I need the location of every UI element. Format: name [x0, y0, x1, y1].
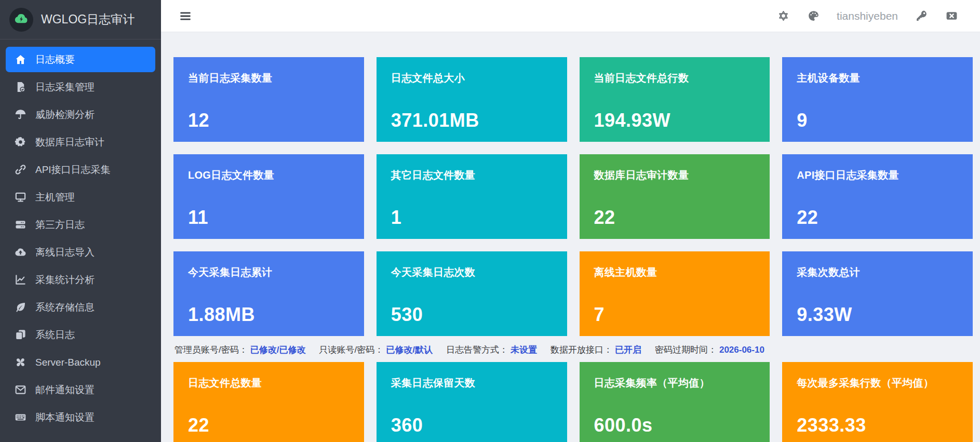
status-item-alert-method: 日志告警方式： 未设置	[446, 344, 537, 356]
dashboard-content: 当前日志采集数量 12 日志文件总大小 371.01MB 当前日志文件总行数 1…	[161, 32, 980, 442]
stat-card-label: 每次最多采集行数（平均值）	[782, 362, 973, 390]
sidebar-item-host-management[interactable]: 主机管理	[6, 184, 155, 210]
stat-card-label: 日志文件总大小	[377, 57, 567, 85]
status-value-link[interactable]: 未设置	[511, 344, 537, 356]
stat-card-label: 数据库日志审计数量	[580, 154, 770, 182]
status-item-password-expiry: 密码过期时间： 2026-06-10	[655, 344, 764, 356]
sidebar-item-collect-statistics[interactable]: 采集统计分析	[6, 267, 155, 292]
sidebar-item-label: 日志概要	[35, 53, 75, 66]
sidebar-item-log-overview[interactable]: 日志概要	[6, 47, 155, 72]
stat-card-label: LOG日志文件数量	[173, 154, 364, 182]
sidebar-item-label: API接口日志采集	[35, 163, 111, 177]
sidebar-item-db-log-audit[interactable]: 数据库日志审计	[6, 129, 155, 155]
app-logo	[9, 8, 33, 32]
status-item-readonly-account: 只读账号/密码： 已修改/默认	[319, 344, 432, 356]
status-label: 日志告警方式：	[446, 344, 508, 356]
stat-card-other-log-file-count: 其它日志文件数量 1	[377, 154, 567, 239]
sidebar-item-label: 日志采集管理	[35, 81, 95, 94]
leaf-icon	[14, 301, 27, 314]
stat-card-value: 1	[391, 207, 402, 229]
file-check-icon	[14, 81, 27, 93]
sidebar-item-third-party-logs[interactable]: 第三方日志	[6, 212, 155, 237]
stat-card-current-log-collections: 当前日志采集数量 12	[173, 57, 364, 142]
status-value-link[interactable]: 已修改/已修改	[250, 344, 306, 356]
stat-card-collect-frequency-avg: 日志采集频率（平均值） 600.0s	[580, 362, 770, 442]
stat-card-value: 12	[188, 110, 209, 131]
sidebar-item-label: 第三方日志	[35, 218, 85, 232]
status-label: 只读账号/密码：	[319, 344, 383, 356]
umbrella-icon	[14, 109, 27, 121]
sidebar-item-system-logs[interactable]: 系统日志	[6, 322, 155, 347]
stat-card-label: API接口日志采集数量	[782, 154, 973, 182]
topbar: tianshiyeben	[161, 0, 980, 32]
logout-icon[interactable]	[945, 9, 958, 23]
sidebar-item-label: 邮件通知设置	[35, 383, 95, 397]
app-title: WGLOG日志审计	[41, 11, 135, 28]
stat-card-host-device-count: 主机设备数量 9	[782, 57, 973, 142]
monitor-icon	[14, 191, 27, 204]
sidebar-item-label: 离线日志导入	[35, 246, 95, 259]
key-icon[interactable]	[915, 9, 928, 23]
home-icon	[14, 53, 27, 66]
bottom-card-grid: 日志文件总数量 22 采集日志保留天数 360 日志采集频率（平均值） 600.…	[173, 362, 973, 442]
stat-card-total-collect-times: 采集次数总计 9.33W	[782, 251, 973, 336]
link-icon	[14, 164, 27, 176]
pinwheel-icon	[14, 356, 27, 369]
sidebar-menu: 日志概要 日志采集管理 威胁检测分析 数据库日志审计 API接口日志采集 主机管…	[0, 39, 161, 430]
status-bar: 管理员账号/密码： 已修改/已修改 只读账号/密码： 已修改/默认 日志告警方式…	[174, 344, 972, 356]
stat-card-offline-host-count: 离线主机数量 7	[580, 251, 770, 336]
stat-card-label: 日志文件总数量	[173, 362, 364, 390]
hamburger-menu-icon[interactable]	[179, 9, 192, 23]
stat-card-value: 22	[594, 207, 615, 229]
status-item-admin-account: 管理员账号/密码： 已修改/已修改	[174, 344, 305, 356]
stat-card-value: 371.01MB	[391, 110, 479, 131]
status-label: 数据开放接口：	[551, 344, 612, 356]
status-value-link[interactable]: 已修改/默认	[386, 344, 433, 356]
stat-card-value: 11	[188, 207, 208, 229]
sidebar-item-email-notification[interactable]: 邮件通知设置	[6, 377, 155, 403]
palette-icon[interactable]	[807, 9, 820, 23]
app-logo-row: WGLOG日志审计	[0, 0, 161, 39]
stat-card-today-collected-size: 今天采集日志累计 1.88MB	[173, 251, 364, 336]
stat-card-label: 主机设备数量	[782, 57, 973, 85]
sidebar-item-label: 脚本通知设置	[35, 411, 95, 424]
stat-card-label: 日志采集频率（平均值）	[580, 362, 770, 390]
username[interactable]: tianshiyeben	[837, 10, 898, 22]
status-label: 密码过期时间：	[655, 344, 717, 356]
sidebar-item-system-storage[interactable]: 系统存储信息	[6, 294, 155, 320]
sidebar-item-label: Server-Backup	[35, 357, 101, 368]
sidebar-item-label: 采集统计分析	[35, 273, 95, 287]
openai-icon[interactable]	[776, 9, 790, 23]
cloud-bolt-icon	[14, 11, 29, 29]
status-label: 管理员账号/密码：	[174, 344, 248, 356]
stat-card-today-collect-times: 今天采集日志次数 530	[377, 251, 567, 336]
stat-card-label: 离线主机数量	[580, 251, 770, 279]
stat-card-label: 其它日志文件数量	[377, 154, 567, 182]
stat-card-max-lines-per-collect-avg: 每次最多采集行数（平均值） 2333.33	[782, 362, 973, 442]
stat-card-label: 今天采集日志次数	[377, 251, 567, 279]
stat-card-value: 360	[391, 414, 423, 436]
sidebar-item-log-collect-management[interactable]: 日志采集管理	[6, 74, 155, 100]
stat-card-value: 22	[188, 414, 209, 436]
status-value-link[interactable]: 2026-06-10	[719, 345, 764, 355]
stat-card-label: 当前日志采集数量	[173, 57, 364, 85]
stat-card-total-log-files: 日志文件总数量 22	[173, 362, 364, 442]
stat-card-value: 1.88MB	[188, 304, 255, 326]
sidebar-item-label: 系统存储信息	[35, 301, 95, 314]
sidebar-item-script-notification[interactable]: 脚本通知设置	[6, 405, 155, 430]
stat-card-label: 采集次数总计	[782, 251, 973, 279]
server-icon	[14, 219, 27, 231]
status-item-open-api: 数据开放接口： 已开启	[551, 344, 641, 356]
sidebar-item-label: 系统日志	[35, 328, 75, 342]
copy-icon	[14, 329, 27, 341]
stat-card-value: 530	[391, 304, 423, 326]
sidebar-item-server-backup[interactable]: Server-Backup	[6, 350, 155, 375]
status-value-link[interactable]: 已开启	[615, 344, 641, 356]
sidebar-item-api-log-collect[interactable]: API接口日志采集	[6, 157, 155, 182]
stat-card-value: 194.93W	[594, 110, 671, 131]
stat-card-value: 9	[797, 110, 808, 131]
sidebar-item-offline-log-import[interactable]: 离线日志导入	[6, 239, 155, 265]
sidebar-item-threat-detection[interactable]: 威胁检测分析	[6, 102, 155, 127]
sidebar-item-label: 主机管理	[35, 191, 75, 204]
sidebar: WGLOG日志审计 日志概要 日志采集管理 威胁检测分析 数据库日志审计 API…	[0, 0, 161, 442]
